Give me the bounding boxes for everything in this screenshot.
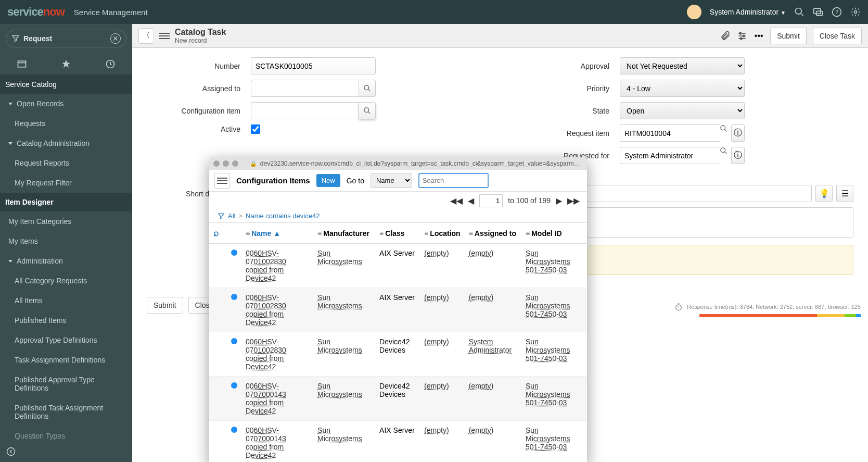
nav-item-all-items[interactable]: All Items — [0, 291, 132, 310]
state-select[interactable]: Open — [620, 102, 745, 119]
nav-item-approval-type-defs[interactable]: Approval Type Definitions — [0, 330, 132, 350]
nav-group-administration[interactable]: Administration — [0, 251, 132, 271]
related-search-icon[interactable]: ☰ — [836, 185, 853, 202]
approval-select[interactable]: Not Yet Requested — [620, 57, 745, 74]
col-model-id[interactable]: ≡Model ID — [521, 223, 587, 244]
nav-group-catalog-admin[interactable]: Catalog Administration — [0, 133, 132, 153]
page-input[interactable] — [479, 194, 503, 207]
cell-assigned[interactable]: (empty) — [469, 382, 493, 390]
nav-item-my-request-filter[interactable]: My Request Filter — [0, 173, 132, 193]
assigned-to-lookup[interactable] — [359, 80, 376, 97]
cell-name[interactable]: 0060HSV-0707000143 copied from Device42 — [246, 426, 286, 459]
nav-group-open-records[interactable]: Open Records — [0, 94, 132, 114]
assigned-to-field[interactable] — [251, 80, 359, 97]
cell-model[interactable]: Sun Microsystems 501-7450-03 — [526, 426, 570, 451]
search-icon[interactable] — [794, 7, 805, 17]
number-field[interactable] — [251, 57, 376, 74]
nav-item-requests[interactable]: Requests — [0, 114, 132, 133]
help-icon[interactable]: ? — [832, 7, 842, 17]
submit-button-bottom[interactable]: Submit — [147, 297, 183, 314]
nav-item-my-items[interactable]: My Items — [0, 231, 132, 251]
requested-for-field[interactable] — [620, 147, 720, 164]
active-checkbox[interactable] — [251, 124, 260, 134]
nav-item-all-category-requests[interactable]: All Category Requests — [0, 271, 132, 291]
nav-section-service-catalog[interactable]: Service Catalog — [0, 75, 132, 94]
submit-button[interactable]: Submit — [770, 28, 807, 44]
nav-section-item-designer[interactable]: Item Designer — [0, 193, 132, 211]
cell-mfr[interactable]: Sun Microsystems — [317, 249, 362, 266]
popup-search-input[interactable] — [418, 173, 489, 188]
nav-item-pub-task-assignment-defs[interactable]: Published Task Assignment Definitions — [0, 398, 132, 426]
user-name[interactable]: System Administrator▼ — [710, 8, 786, 16]
cell-mfr[interactable]: Sun Microsystems — [317, 426, 362, 443]
table-row[interactable]: 0060HSV-0701002830 copied from Device42 … — [209, 288, 587, 332]
table-row[interactable]: 0060HSV-0701002830 copied from Device42 … — [209, 332, 587, 377]
sidebar-collapse[interactable] — [0, 443, 132, 462]
first-page-icon[interactable]: ◀◀ — [450, 196, 463, 206]
cell-model[interactable]: Sun Microsystems 501-7450-03 — [526, 338, 570, 363]
chat-icon[interactable] — [813, 7, 823, 17]
nav-item-published-items[interactable]: Published Items — [0, 310, 132, 330]
table-row[interactable]: 0060HSV-0707000143 copied from Device42 … — [209, 421, 587, 463]
cell-name[interactable]: 0060HSV-0707000143 copied from Device42 — [246, 382, 286, 415]
cell-name[interactable]: 0060HSV-0701002830 copied from Device42 — [246, 293, 286, 327]
col-class[interactable]: ≡Class — [375, 223, 420, 244]
nav-tab-all[interactable] — [0, 53, 44, 74]
cell-location[interactable]: (empty) — [424, 249, 449, 257]
cell-location[interactable]: (empty) — [424, 426, 449, 434]
requested-for-lookup[interactable] — [720, 147, 727, 164]
window-min-icon[interactable] — [223, 160, 229, 167]
close-task-button[interactable]: Close Task — [813, 28, 862, 44]
suggestion-icon[interactable]: 💡 — [815, 185, 833, 202]
last-page-icon[interactable]: ▶▶ — [567, 196, 580, 206]
cell-location[interactable]: (empty) — [424, 293, 449, 302]
request-item-lookup[interactable] — [720, 124, 727, 142]
nav-item-task-assignment-defs[interactable]: Task Assignment Definitions — [0, 350, 132, 370]
nav-item-my-item-categories[interactable]: My Item Categories — [0, 211, 132, 231]
cell-location[interactable]: (empty) — [424, 338, 449, 346]
cell-model[interactable]: Sun Microsystems 501-7450-03 — [526, 293, 570, 318]
col-location[interactable]: ≡Location — [420, 223, 465, 244]
col-assigned-to[interactable]: ≡Assigned to — [465, 223, 521, 244]
request-item-info[interactable]: ⓘ — [731, 124, 745, 142]
clear-filter-icon[interactable]: ✕ — [110, 33, 121, 44]
search-column-icon[interactable]: ⌕ — [213, 228, 219, 238]
cell-model[interactable]: Sun Microsystems 501-7450-03 — [526, 249, 570, 274]
config-item-lookup[interactable] — [359, 102, 376, 119]
cell-name[interactable]: 0060HSV-0701002830 copied from Device42 — [246, 249, 286, 282]
table-row[interactable]: 0060HSV-0707000143 copied from Device42 … — [209, 377, 587, 421]
col-name[interactable]: ≡Name ▲ — [241, 223, 313, 244]
personalize-icon[interactable] — [737, 31, 747, 41]
config-item-field[interactable] — [251, 102, 359, 119]
cell-location[interactable]: (empty) — [424, 382, 449, 390]
filter-navigator[interactable]: Request ✕ — [6, 30, 126, 47]
new-button[interactable]: New — [316, 174, 340, 187]
request-item-field[interactable] — [620, 124, 720, 142]
context-menu-icon[interactable] — [159, 33, 170, 39]
goto-select[interactable]: Name — [371, 173, 412, 188]
breadcrumb-all[interactable]: All — [228, 212, 235, 220]
nav-item-request-reports[interactable]: Request Reports — [0, 153, 132, 173]
breadcrumb-filter[interactable]: Name contains device42 — [246, 212, 320, 220]
cell-mfr[interactable]: Sun Microsystems — [317, 382, 362, 398]
attachment-icon[interactable] — [720, 31, 731, 41]
back-button[interactable]: 〈 — [138, 28, 154, 44]
cell-assigned[interactable]: (empty) — [469, 426, 493, 434]
nav-tab-favorites[interactable] — [44, 53, 88, 74]
cell-assigned[interactable]: System Administrator — [469, 338, 512, 354]
gear-icon[interactable] — [850, 7, 861, 17]
cell-mfr[interactable]: Sun Microsystems — [317, 338, 362, 354]
requested-for-info[interactable]: ⓘ — [731, 147, 745, 164]
window-max-icon[interactable] — [232, 160, 238, 167]
nav-item-pub-approval-type-defs[interactable]: Published Approval Type Definitions — [0, 370, 132, 398]
next-page-icon[interactable]: ▶ — [556, 196, 562, 206]
nav-tab-history[interactable] — [88, 53, 132, 74]
table-row[interactable]: 0060HSV-0701002830 copied from Device42 … — [209, 244, 587, 288]
priority-select[interactable]: 4 - Low — [620, 80, 745, 97]
more-actions-icon[interactable]: ••• — [754, 31, 764, 41]
cell-assigned[interactable]: (empty) — [469, 249, 493, 257]
popup-menu-icon[interactable] — [214, 173, 230, 189]
prev-page-icon[interactable]: ◀ — [468, 196, 474, 206]
cell-model[interactable]: Sun Microsystems 501-7450-03 — [526, 382, 570, 407]
cell-mfr[interactable]: Sun Microsystems — [317, 293, 362, 310]
